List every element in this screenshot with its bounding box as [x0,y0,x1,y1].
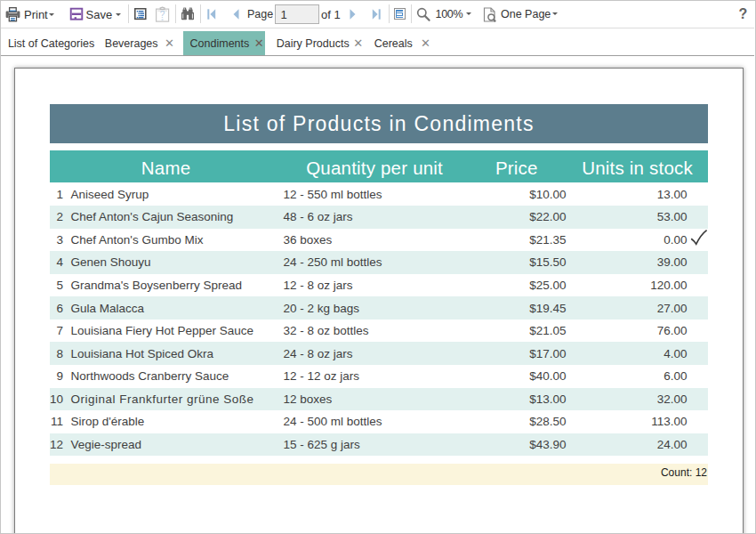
svg-text:?: ? [160,10,165,20]
